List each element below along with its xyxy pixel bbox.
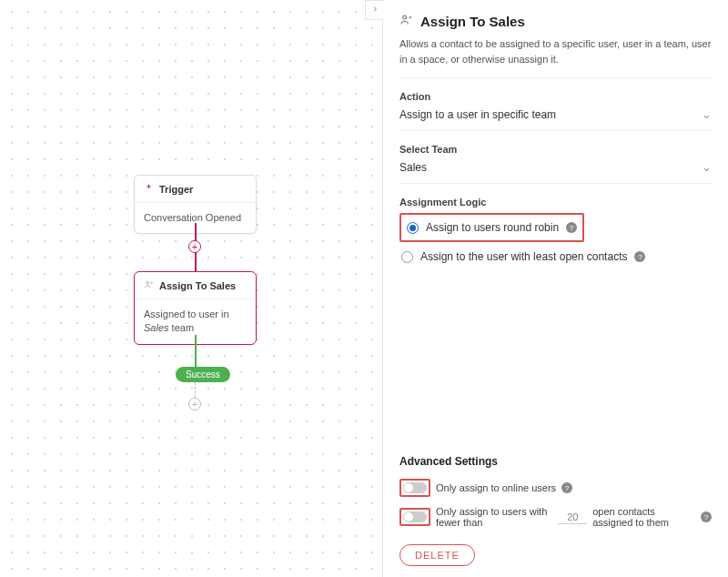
node-assign[interactable]: Assign To Sales Assigned to user in Sale… [134, 271, 257, 345]
success-badge: Success [176, 367, 230, 382]
help-icon[interactable]: ? [634, 251, 645, 262]
assign-body-prefix: Assigned to user in [144, 309, 229, 319]
toggle-fewer-row: Only assign to users with fewer than ope… [399, 506, 712, 528]
svg-point-0 [147, 281, 149, 284]
team-select[interactable]: Sales ⌄ [399, 155, 712, 184]
help-icon[interactable]: ? [561, 482, 572, 493]
panel-header: Assign To Sales [399, 13, 712, 29]
connector-success [195, 335, 197, 367]
action-label: Action [399, 91, 712, 102]
toggle-online-row: Only assign to online users ? [399, 479, 712, 497]
delete-button[interactable]: DELETE [399, 544, 475, 566]
workflow-canvas[interactable]: Trigger Conversation Opened + Assign To … [0, 0, 382, 577]
toggle-online[interactable] [403, 482, 427, 493]
radio-icon [407, 222, 419, 234]
assign-icon [399, 13, 413, 29]
toggle-online-label: Only assign to online users [436, 482, 556, 493]
radio-least-open[interactable]: Assign to the user with least open conta… [399, 246, 712, 268]
help-icon[interactable]: ? [701, 511, 712, 522]
radio-least-open-label: Assign to the user with least open conta… [420, 250, 627, 263]
add-step-button[interactable]: + [188, 240, 201, 253]
assign-body-suffix: team [169, 322, 195, 333]
fewer-count-input[interactable] [558, 511, 587, 524]
chevron-down-icon: ⌄ [702, 160, 712, 174]
radio-round-robin-label: Assign to users round robin [426, 221, 559, 234]
collapse-panel-button[interactable] [365, 0, 383, 20]
svg-point-1 [403, 15, 407, 19]
action-select[interactable]: Assign to a user in specific team ⌄ [399, 102, 712, 131]
panel-description: Allows a contact to be assigned to a spe… [399, 36, 712, 78]
highlight-round-robin: Assign to users round robin ? [399, 213, 584, 242]
chevron-right-icon [371, 4, 379, 16]
action-value: Assign to a user in specific team [399, 108, 556, 121]
settings-panel: Assign To Sales Allows a contact to be a… [382, 0, 728, 577]
connector-dashed [195, 382, 196, 398]
highlight-toggle-online [399, 479, 430, 497]
toggle-fewer[interactable] [403, 511, 427, 522]
toggle-fewer-suffix: open contacts assigned to them [592, 506, 695, 528]
team-value: Sales [399, 161, 427, 174]
highlight-toggle-fewer [399, 508, 430, 526]
help-icon[interactable]: ? [566, 222, 577, 233]
node-trigger-title: Trigger [159, 184, 193, 195]
logic-label: Assignment Logic [399, 197, 712, 208]
sparkle-icon [144, 183, 154, 195]
radio-icon [401, 251, 413, 263]
chevron-down-icon: ⌄ [702, 107, 712, 121]
add-step-end-button[interactable]: + [188, 398, 201, 410]
panel-bottom: Advanced Settings Only assign to online … [383, 455, 728, 566]
team-label: Select Team [399, 144, 712, 155]
node-trigger-header: Trigger [135, 176, 256, 203]
advanced-settings-title: Advanced Settings [399, 455, 712, 468]
node-assign-title: Assign To Sales [159, 280, 236, 291]
assign-body-team: Sales [144, 322, 169, 333]
radio-round-robin[interactable]: Assign to users round robin ? [405, 217, 579, 238]
toggle-fewer-prefix: Only assign to users with fewer than [436, 506, 552, 528]
node-assign-header: Assign To Sales [135, 272, 256, 299]
panel-title: Assign To Sales [420, 14, 525, 29]
assign-icon [144, 279, 154, 291]
